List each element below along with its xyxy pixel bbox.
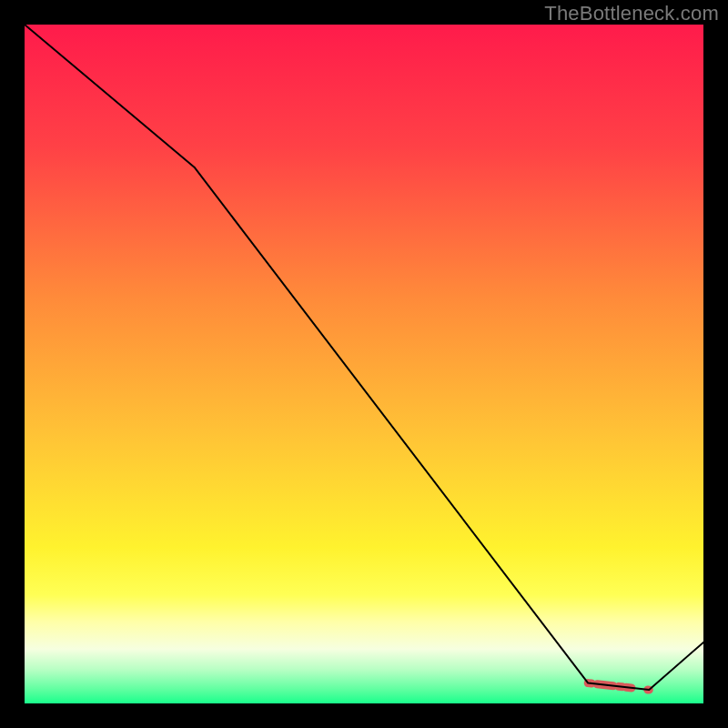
plot-area	[25, 25, 703, 703]
line-overlay	[25, 25, 703, 703]
main-curve	[25, 25, 703, 690]
outer-frame: TheBottleneck.com	[0, 0, 728, 728]
watermark-text: TheBottleneck.com	[544, 2, 719, 25]
